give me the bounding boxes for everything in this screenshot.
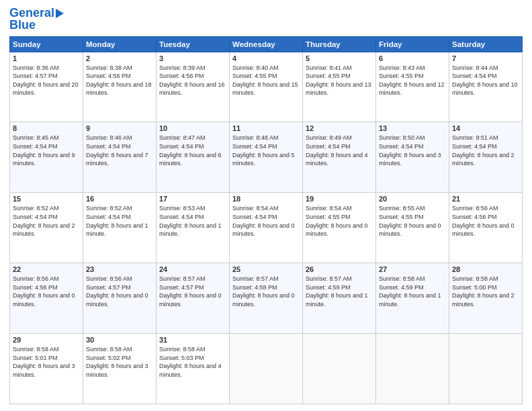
calendar-cell: 16 Sunrise: 8:52 AMSunset: 4:54 PMDaylig… (83, 193, 157, 263)
calendar-cell: 29 Sunrise: 8:58 AMSunset: 5:01 PMDaylig… (10, 334, 83, 404)
day-number: 8 (13, 124, 80, 132)
logo: General Blue (9, 7, 64, 32)
calendar-cell (376, 334, 449, 404)
cell-info: Sunrise: 8:52 AMSunset: 4:54 PMDaylight:… (13, 205, 75, 237)
cell-info: Sunrise: 8:36 AMSunset: 4:57 PMDaylight:… (13, 64, 79, 97)
cell-info: Sunrise: 8:45 AMSunset: 4:54 PMDaylight:… (13, 134, 75, 167)
cell-info: Sunrise: 8:57 AMSunset: 4:59 PMDaylight:… (306, 275, 368, 308)
day-number: 26 (306, 265, 373, 273)
day-number: 18 (232, 195, 300, 203)
calendar-week-row: 1 Sunrise: 8:36 AMSunset: 4:57 PMDayligh… (10, 52, 523, 122)
day-number: 5 (306, 54, 373, 62)
cell-info: Sunrise: 8:39 AMSunset: 4:56 PMDaylight:… (159, 64, 225, 97)
day-number: 30 (86, 336, 153, 344)
calendar-week-row: 29 Sunrise: 8:58 AMSunset: 5:01 PMDaylig… (10, 334, 523, 404)
cell-info: Sunrise: 8:52 AMSunset: 4:54 PMDaylight:… (86, 205, 148, 237)
calendar-cell: 6 Sunrise: 8:43 AMSunset: 4:55 PMDayligh… (376, 52, 449, 122)
day-number: 19 (306, 195, 373, 203)
calendar-cell: 26 Sunrise: 8:57 AMSunset: 4:59 PMDaylig… (303, 263, 376, 334)
calendar-cell: 22 Sunrise: 8:56 AMSunset: 4:56 PMDaylig… (10, 263, 83, 334)
day-number: 27 (379, 265, 446, 273)
calendar-cell: 20 Sunrise: 8:55 AMSunset: 4:55 PMDaylig… (376, 193, 449, 263)
cell-info: Sunrise: 8:43 AMSunset: 4:55 PMDaylight:… (379, 64, 445, 97)
cell-info: Sunrise: 8:58 AMSunset: 5:01 PMDaylight:… (13, 346, 75, 378)
cell-info: Sunrise: 8:56 AMSunset: 4:56 PMDaylight:… (13, 275, 75, 308)
cell-info: Sunrise: 8:58 AMSunset: 4:59 PMDaylight:… (379, 275, 441, 308)
day-number: 12 (306, 124, 373, 132)
day-number: 6 (379, 54, 446, 62)
calendar-cell: 27 Sunrise: 8:58 AMSunset: 4:59 PMDaylig… (376, 263, 449, 334)
calendar-day-header: Monday (83, 36, 157, 52)
cell-info: Sunrise: 8:56 AMSunset: 4:56 PMDaylight:… (452, 205, 515, 237)
cell-info: Sunrise: 8:57 AMSunset: 4:57 PMDaylight:… (159, 275, 222, 308)
day-number: 31 (159, 336, 226, 344)
day-number: 17 (159, 195, 226, 203)
cell-info: Sunrise: 8:58 AMSunset: 5:03 PMDaylight:… (159, 346, 222, 378)
calendar-cell: 8 Sunrise: 8:45 AMSunset: 4:54 PMDayligh… (10, 122, 83, 193)
cell-info: Sunrise: 8:48 AMSunset: 4:54 PMDaylight:… (232, 134, 295, 167)
calendar-day-header: Thursday (303, 36, 376, 52)
calendar-cell: 13 Sunrise: 8:50 AMSunset: 4:54 PMDaylig… (376, 122, 449, 193)
calendar-cell (230, 334, 303, 404)
cell-info: Sunrise: 8:49 AMSunset: 4:54 PMDaylight:… (306, 134, 368, 167)
calendar-cell: 18 Sunrise: 8:54 AMSunset: 4:54 PMDaylig… (230, 193, 303, 263)
calendar-cell (303, 334, 376, 404)
cell-info: Sunrise: 8:58 AMSunset: 5:02 PMDaylight:… (86, 346, 148, 378)
calendar-day-header: Tuesday (157, 36, 230, 52)
calendar-cell: 30 Sunrise: 8:58 AMSunset: 5:02 PMDaylig… (83, 334, 157, 404)
calendar-cell: 4 Sunrise: 8:40 AMSunset: 4:55 PMDayligh… (230, 52, 303, 122)
calendar-cell: 11 Sunrise: 8:48 AMSunset: 4:54 PMDaylig… (230, 122, 303, 193)
calendar-cell: 10 Sunrise: 8:47 AMSunset: 4:54 PMDaylig… (157, 122, 230, 193)
day-number: 14 (452, 124, 519, 132)
page: General Blue SundayMondayTuesdayWednesda… (0, 0, 532, 411)
calendar-cell: 1 Sunrise: 8:36 AMSunset: 4:57 PMDayligh… (10, 52, 83, 122)
calendar-cell: 2 Sunrise: 8:38 AMSunset: 4:56 PMDayligh… (83, 52, 157, 122)
calendar-cell: 28 Sunrise: 8:58 AMSunset: 5:00 PMDaylig… (449, 263, 523, 334)
day-number: 21 (452, 195, 519, 203)
calendar-cell: 24 Sunrise: 8:57 AMSunset: 4:57 PMDaylig… (157, 263, 230, 334)
day-number: 20 (379, 195, 446, 203)
calendar-cell: 25 Sunrise: 8:57 AMSunset: 4:58 PMDaylig… (230, 263, 303, 334)
day-number: 24 (159, 265, 226, 273)
day-number: 23 (86, 265, 153, 273)
day-number: 1 (13, 54, 80, 62)
calendar-cell: 3 Sunrise: 8:39 AMSunset: 4:56 PMDayligh… (157, 52, 230, 122)
cell-info: Sunrise: 8:56 AMSunset: 4:57 PMDaylight:… (86, 275, 148, 308)
calendar-cell: 15 Sunrise: 8:52 AMSunset: 4:54 PMDaylig… (10, 193, 83, 263)
cell-info: Sunrise: 8:38 AMSunset: 4:56 PMDaylight:… (86, 64, 152, 97)
cell-info: Sunrise: 8:40 AMSunset: 4:55 PMDaylight:… (232, 64, 298, 97)
day-number: 10 (159, 124, 226, 132)
day-number: 11 (232, 124, 300, 132)
cell-info: Sunrise: 8:50 AMSunset: 4:54 PMDaylight:… (379, 134, 441, 167)
calendar-cell: 19 Sunrise: 8:54 AMSunset: 4:55 PMDaylig… (303, 193, 376, 263)
cell-info: Sunrise: 8:41 AMSunset: 4:55 PMDaylight:… (306, 64, 371, 97)
calendar-cell: 21 Sunrise: 8:56 AMSunset: 4:56 PMDaylig… (449, 193, 523, 263)
day-number: 3 (159, 54, 226, 62)
calendar-day-header: Friday (376, 36, 449, 52)
calendar-cell: 31 Sunrise: 8:58 AMSunset: 5:03 PMDaylig… (157, 334, 230, 404)
cell-info: Sunrise: 8:46 AMSunset: 4:54 PMDaylight:… (86, 134, 148, 167)
cell-info: Sunrise: 8:47 AMSunset: 4:54 PMDaylight:… (159, 134, 222, 167)
calendar-day-header: Saturday (449, 36, 523, 52)
logo-general: General (9, 6, 54, 19)
day-number: 15 (13, 195, 80, 203)
day-number: 22 (13, 265, 80, 273)
calendar-cell (449, 334, 523, 404)
calendar-cell: 5 Sunrise: 8:41 AMSunset: 4:55 PMDayligh… (303, 52, 376, 122)
day-number: 7 (452, 54, 519, 62)
calendar-cell: 9 Sunrise: 8:46 AMSunset: 4:54 PMDayligh… (83, 122, 157, 193)
cell-info: Sunrise: 8:53 AMSunset: 4:54 PMDaylight:… (159, 205, 222, 237)
calendar-day-header: Wednesday (230, 36, 303, 52)
day-number: 25 (232, 265, 300, 273)
calendar-cell: 7 Sunrise: 8:44 AMSunset: 4:54 PMDayligh… (449, 52, 523, 122)
cell-info: Sunrise: 8:54 AMSunset: 4:55 PMDaylight:… (306, 205, 368, 237)
logo-arrow-icon (56, 9, 64, 18)
cell-info: Sunrise: 8:44 AMSunset: 4:54 PMDaylight:… (452, 64, 518, 97)
day-number: 28 (452, 265, 519, 273)
header: General Blue (9, 7, 523, 32)
calendar: SundayMondayTuesdayWednesdayThursdayFrid… (9, 36, 523, 404)
calendar-header-row: SundayMondayTuesdayWednesdayThursdayFrid… (10, 36, 523, 52)
calendar-cell: 12 Sunrise: 8:49 AMSunset: 4:54 PMDaylig… (303, 122, 376, 193)
calendar-cell: 14 Sunrise: 8:51 AMSunset: 4:54 PMDaylig… (449, 122, 523, 193)
day-number: 4 (232, 54, 300, 62)
